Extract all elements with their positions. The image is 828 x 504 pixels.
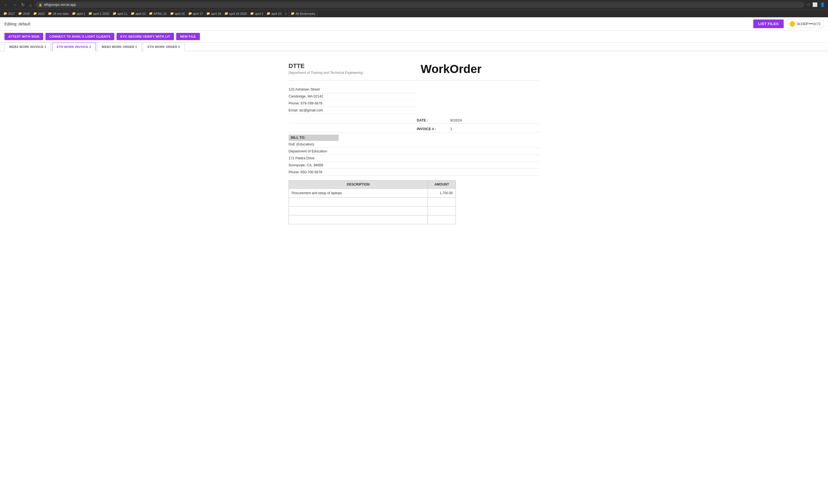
folder-icon: 📁 <box>170 12 174 15</box>
connect-avail-button[interactable]: CONNECT TO AVAIL'S LIGHT CLIENTS <box>45 33 114 40</box>
folder-icon: 📁 <box>188 12 192 15</box>
table-row <box>289 207 456 215</box>
nav-back-btn[interactable]: ← <box>3 2 9 8</box>
url-text: ethgovops.vercel.app <box>44 3 76 7</box>
bookmark-2018[interactable]: 📁 2018 <box>17 11 31 16</box>
bill-client-name: DoE (Education) <box>289 141 539 148</box>
url-bar[interactable]: 🔒 ethgovops.vercel.app <box>35 2 804 8</box>
tab-web3-order-1[interactable]: WEB3 WORK ORDER 1 <box>97 43 142 51</box>
tab-web3-invoice-1[interactable]: WEB3 WORK INVOICE 1 <box>4 43 51 51</box>
nav-refresh-btn[interactable]: ↻ <box>20 2 26 8</box>
bookmark-label: 2017 <box>8 12 15 15</box>
folder-icon: 📁 <box>291 12 295 15</box>
tab-eth-invoice-2[interactable]: ETH WORK INVOICE 2 <box>52 43 96 51</box>
bookmark-label: april 18 <box>211 12 221 15</box>
folder-icon: 📁 <box>149 12 153 15</box>
bill-to-header: BILL TO: <box>289 135 339 141</box>
bookmark-label: april 17 <box>193 12 203 15</box>
bill-to-section: BILL TO: DoE (Education) Department of E… <box>289 135 539 176</box>
document-title: WorkOrder <box>363 62 539 76</box>
address-city: Cambridge, MA 02142 <box>289 93 417 100</box>
table-cell-amount-2 <box>428 197 456 207</box>
bookmark-april1-2020[interactable]: 📁 april 1 2020 <box>87 11 111 16</box>
table-cell-amount-4 <box>428 215 456 224</box>
invoice-table: DESCRIPTION AMOUNT Procurement and setup… <box>289 180 456 224</box>
nav-forward-btn[interactable]: → <box>11 2 18 8</box>
bookmark-april15[interactable]: 📁 APRIL 15 <box>148 11 168 16</box>
table-cell-amount-1: 1,700.00 <box>428 189 456 197</box>
bookmarks-overflow[interactable]: » <box>284 11 288 16</box>
invoice-num-row: INVOICE # : 1 <box>289 126 539 132</box>
tab-eth-order-2[interactable]: ETH WORK ORDER 2 <box>143 43 185 51</box>
bookmark-april1[interactable]: 📁 april 1 <box>71 11 86 16</box>
company-block: DTTE Department of Training and Technica… <box>289 62 363 75</box>
date-row: DATE : 9/10/24 <box>289 117 539 124</box>
tab-label: ETH WORK INVOICE 2 <box>57 45 91 48</box>
address-email: Email: aic@gmail.com <box>289 107 417 114</box>
bookmark-star-icon[interactable]: ☆ <box>806 2 810 7</box>
folder-icon: 📁 <box>33 12 37 15</box>
table-col-amount: AMOUNT <box>428 181 456 189</box>
address-left: 123 Ashdown Street Cambridge, MA 02142 P… <box>289 86 417 114</box>
table-cell-amount-3 <box>428 207 456 215</box>
bill-street: 172 Piedra Drive <box>289 155 539 162</box>
bookmark-label: 29 nov tabs <box>53 12 69 15</box>
attest-sign-button[interactable]: ATTEST WITH SIGN <box>4 33 43 40</box>
bookmark-april11[interactable]: 📁 april 11 <box>112 11 128 16</box>
table-row: Procurement and setup of laptops 1,700.0… <box>289 189 456 197</box>
bookmark-label: april 2 <box>255 12 263 15</box>
editing-label: Editing: default <box>4 22 30 26</box>
profile-icon[interactable]: 👤 <box>820 2 825 7</box>
bookmark-april18[interactable]: 📁 april 18 <box>205 11 222 16</box>
bookmark-2017[interactable]: 📁 2017 <box>2 11 16 16</box>
folder-icon: 📁 <box>3 12 7 15</box>
bookmark-april18-2020[interactable]: 📁 april 18 2020 <box>223 11 248 16</box>
table-row <box>289 215 456 224</box>
address-phone: Phone: 879-789-5678 <box>289 100 417 107</box>
bill-city: Sunnyvale, CA, 94089 <box>289 162 539 169</box>
bookmark-label: All Bookmarks <box>295 12 315 15</box>
bookmark-label: 2022 <box>38 12 45 15</box>
bookmark-april16[interactable]: 📁 april 16 <box>169 11 186 16</box>
bookmark-label: april 16 <box>175 12 185 15</box>
invoice-document: DTTE Department of Training and Technica… <box>289 62 539 224</box>
bookmark-label: april 23 <box>271 12 281 15</box>
table-cell-description-3 <box>289 207 428 215</box>
bookmark-april13[interactable]: 📁 april 13 <box>130 11 147 16</box>
bookmark-29-nov[interactable]: 📁 29 nov tabs <box>47 11 70 16</box>
wallet-container[interactable]: 0x19DF••••2c73 <box>786 20 824 28</box>
new-file-button[interactable]: NEW FILE <box>176 33 200 40</box>
table-cell-description-1: Procurement and setup of laptops <box>289 189 428 197</box>
bookmark-2022[interactable]: 📁 2022 <box>32 11 46 16</box>
table-cell-description-4 <box>289 215 428 224</box>
company-name: DTTE <box>289 62 363 70</box>
bookmark-april23[interactable]: 📁 april 23 <box>265 11 282 16</box>
bill-phone: Phone: 650-700-5678 <box>289 169 539 176</box>
bookmark-label: april 18 2020 <box>229 12 247 15</box>
wallet-icon <box>790 21 795 27</box>
company-tagline: Department of Training and Technical Eng… <box>289 71 363 75</box>
bookmark-april17[interactable]: 📁 april 17 <box>187 11 204 16</box>
nav-home-btn[interactable]: ⌂ <box>28 2 33 8</box>
browser-chrome: ← → ↻ ⌂ 🔒 ethgovops.vercel.app ☆ ⬜ 👤 <box>0 0 828 9</box>
date-value: 9/10/24 <box>450 119 462 122</box>
kyc-verify-button[interactable]: KYC SECURE VERIFY WITH LIT <box>117 33 174 40</box>
tab-row: WEB3 WORK INVOICE 1 ETH WORK INVOICE 2 W… <box>0 43 828 51</box>
list-files-button[interactable]: LIST FILES <box>753 19 784 28</box>
invoice-header-row: DTTE Department of Training and Technica… <box>289 62 539 81</box>
bookmarks-bar: 📁 2017 📁 2018 📁 2022 📁 29 nov tabs 📁 apr… <box>0 9 828 17</box>
wallet-address: 0x19DF••••2c73 <box>797 22 821 26</box>
bookmark-label: april 1 2020 <box>93 12 109 15</box>
date-label: DATE : <box>417 119 450 122</box>
all-bookmarks[interactable]: 📁 All Bookmarks <box>289 11 317 16</box>
bill-department: Department of Education <box>289 148 539 155</box>
bookmark-april2[interactable]: 📁 april 2 <box>249 11 264 16</box>
folder-icon: 📁 <box>250 12 254 15</box>
folder-icon: 📁 <box>206 12 210 15</box>
folder-icon: 📁 <box>113 12 117 15</box>
table-cell-description-2 <box>289 197 428 207</box>
browser-actions: ☆ ⬜ 👤 <box>806 2 825 7</box>
tab-label: WEB3 WORK INVOICE 1 <box>9 45 46 48</box>
invoice-label: INVOICE # : <box>417 127 450 131</box>
extensions-icon[interactable]: ⬜ <box>813 2 818 7</box>
